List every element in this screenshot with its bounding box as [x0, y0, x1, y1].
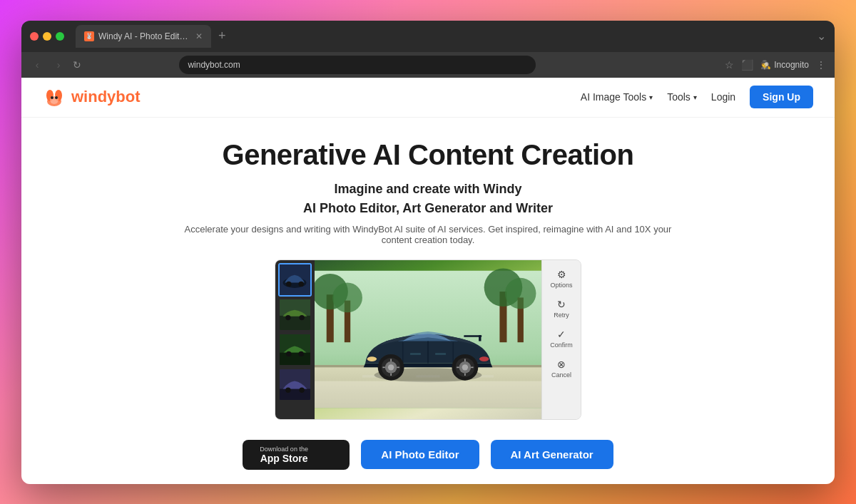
address-icons: ☆ ⬛ 🕵 Incognito ⋮	[725, 59, 826, 71]
url-bar[interactable]: windybot.com	[179, 56, 536, 74]
confirm-icon: ✓	[557, 329, 566, 340]
svg-rect-19	[280, 389, 310, 400]
svg-point-44	[367, 356, 377, 361]
hero-description: Accelerate your designs and writing with…	[178, 224, 678, 245]
appstore-button[interactable]: Download on the App Store	[243, 440, 350, 470]
extensions-icon[interactable]: ⬛	[741, 59, 753, 71]
site-nav: windybot AI Image Tools ▾ Tools ▾ Login …	[21, 78, 835, 118]
svg-rect-11	[280, 315, 310, 329]
tools-label: Tools	[667, 91, 691, 103]
thumbnail-3-image	[280, 334, 310, 365]
menu-icon[interactable]: ⋮	[816, 59, 826, 71]
svg-rect-62	[315, 381, 541, 408]
svg-point-12	[285, 314, 290, 319]
thumbnail-4-image	[280, 369, 310, 400]
close-button[interactable]	[30, 32, 39, 41]
cta-row: Download on the App Store AI Photo Edito…	[243, 440, 613, 470]
options-icon: ⚙	[557, 269, 566, 280]
svg-point-30	[505, 278, 536, 309]
svg-point-13	[299, 314, 304, 319]
svg-point-16	[286, 351, 291, 356]
cancel-label: Cancel	[551, 371, 571, 379]
new-tab-button[interactable]: +	[214, 29, 230, 43]
incognito-badge: 🕵 Incognito	[760, 60, 809, 70]
logo-icon	[43, 86, 66, 108]
ai-image-tools-label: AI Image Tools	[581, 91, 646, 103]
thumbnail-3[interactable]	[278, 333, 312, 366]
hero-subtitle-line2: AI Photo Editor, Art Generator and Write…	[303, 199, 553, 218]
svg-rect-43	[479, 335, 481, 341]
svg-point-21	[299, 387, 304, 392]
minimize-button[interactable]	[43, 32, 51, 41]
logo-text: windybot	[71, 88, 141, 106]
ai-art-generator-button[interactable]: AI Art Generator	[491, 440, 613, 469]
chevron-down-icon: ▾	[649, 93, 653, 101]
tab-close-icon[interactable]: ✕	[195, 31, 203, 41]
chrome-bar: 🐰 Windy AI - Photo Editor, Art ... ✕ + ⌄	[21, 21, 835, 52]
svg-point-8	[286, 281, 291, 286]
back-button[interactable]: ‹	[30, 59, 44, 71]
hero-title: Generative AI Content Creation	[223, 139, 634, 171]
options-tool[interactable]: ⚙ Options	[547, 266, 575, 292]
svg-rect-40	[410, 353, 421, 355]
url-text: windybot.com	[188, 60, 240, 70]
thumbnail-2[interactable]	[278, 298, 312, 331]
retry-tool[interactable]: ↻ Retry	[551, 296, 572, 322]
ai-image-tools-menu[interactable]: AI Image Tools ▾	[581, 91, 653, 103]
tab-title: Windy AI - Photo Editor, Art ...	[98, 31, 191, 41]
bookmark-icon[interactable]: ☆	[725, 59, 734, 71]
window-controls: ⌄	[817, 29, 826, 43]
hero-subtitle-line1: Imagine and create with Windy	[303, 180, 553, 199]
main-preview-image	[315, 260, 541, 419]
svg-point-45	[479, 356, 489, 361]
options-label: Options	[550, 282, 572, 289]
svg-rect-15	[280, 352, 310, 364]
nav-links: AI Image Tools ▾ Tools ▾ Login Sign Up	[581, 86, 813, 108]
svg-point-4	[51, 96, 54, 99]
tab-bar: 🐰 Windy AI - Photo Editor, Art ... ✕ +	[76, 25, 811, 48]
svg-point-17	[299, 351, 304, 356]
thumbnail-4[interactable]	[278, 368, 312, 401]
svg-rect-41	[435, 353, 446, 355]
forward-button[interactable]: ›	[51, 59, 66, 71]
retry-label: Retry	[554, 312, 569, 319]
signup-button[interactable]: Sign Up	[750, 86, 813, 108]
tools-chevron-icon: ▾	[693, 93, 697, 101]
app-preview: ⚙ Options ↻ Retry ✓ Confirm ⊗ Cancel	[275, 259, 581, 420]
hero-section: Generative AI Content Creation Imagine a…	[21, 118, 835, 484]
traffic-lights	[30, 32, 64, 41]
thumbnail-list	[275, 260, 315, 419]
page-content: windybot AI Image Tools ▾ Tools ▾ Login …	[21, 78, 835, 484]
car-illustration	[315, 260, 541, 419]
tools-menu[interactable]: Tools ▾	[667, 91, 697, 103]
svg-point-49	[388, 364, 394, 370]
confirm-label: Confirm	[550, 341, 573, 349]
hero-subtitle: Imagine and create with Windy AI Photo E…	[303, 180, 553, 218]
browser-window: 🐰 Windy AI - Photo Editor, Art ... ✕ + ⌄…	[21, 21, 835, 484]
login-button[interactable]: Login	[711, 91, 735, 103]
cancel-tool[interactable]: ⊗ Cancel	[549, 356, 574, 381]
incognito-label: Incognito	[774, 60, 809, 70]
svg-point-20	[285, 387, 290, 392]
active-tab[interactable]: 🐰 Windy AI - Photo Editor, Art ... ✕	[76, 25, 211, 48]
tools-panel: ⚙ Options ↻ Retry ✓ Confirm ⊗ Cancel	[541, 260, 581, 419]
svg-point-26	[332, 283, 362, 313]
maximize-button[interactable]	[56, 32, 64, 41]
svg-point-5	[55, 96, 58, 99]
incognito-icon: 🕵	[760, 60, 771, 70]
ai-photo-editor-button[interactable]: AI Photo Editor	[361, 440, 479, 469]
tab-favicon: 🐰	[84, 31, 94, 41]
confirm-tool[interactable]: ✓ Confirm	[547, 326, 576, 351]
thumbnail-2-image	[280, 299, 310, 330]
svg-point-9	[299, 281, 304, 286]
refresh-button[interactable]: ↻	[73, 59, 81, 71]
thumbnail-1[interactable]	[278, 263, 312, 297]
retry-icon: ↻	[557, 299, 566, 310]
main-image-background	[315, 260, 541, 419]
svg-point-57	[462, 364, 468, 370]
appstore-large-text: App Store	[260, 453, 308, 464]
appstore-small-text: Download on the	[260, 446, 308, 453]
appstore-text: Download on the App Store	[260, 446, 308, 464]
address-bar: ‹ › ↻ windybot.com ☆ ⬛ 🕵 Incognito ⋮	[21, 52, 835, 78]
logo[interactable]: windybot	[43, 86, 141, 108]
